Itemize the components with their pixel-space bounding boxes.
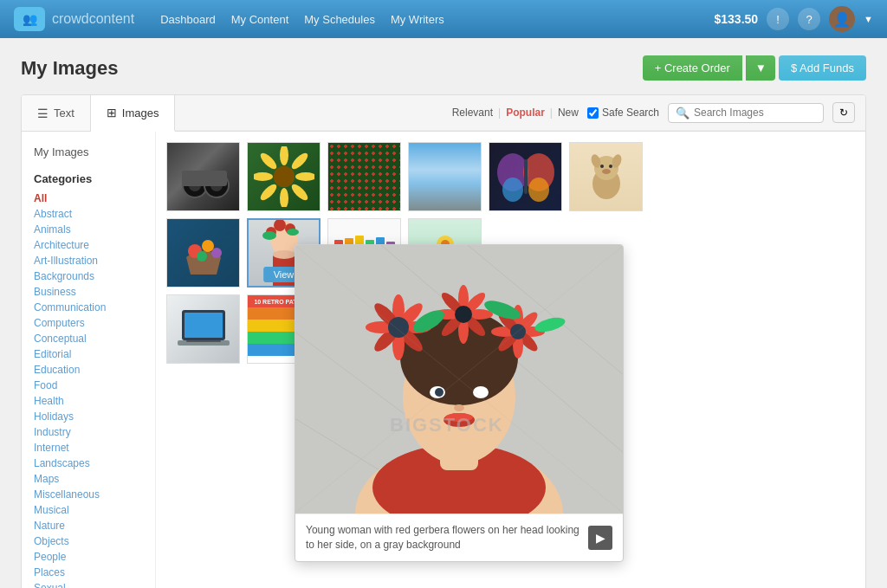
category-internet[interactable]: Internet — [22, 440, 155, 456]
svg-rect-19 — [524, 159, 528, 194]
category-education[interactable]: Education — [22, 362, 155, 378]
page-container: My Images + Create Order ▼ $ Add Funds ☰… — [0, 38, 887, 588]
avatar-dropdown-icon[interactable]: ▼ — [864, 14, 873, 24]
nav-my-content[interactable]: My Content — [231, 13, 288, 26]
thumb-sunflower[interactable] — [247, 142, 320, 211]
category-art-illustration[interactable]: Art-Illustration — [22, 253, 155, 268]
popup-next-button[interactable]: ▶ — [588, 526, 612, 550]
category-conceptual[interactable]: Conceptual — [22, 331, 155, 346]
page-header: My Images + Create Order ▼ $ Add Funds — [21, 55, 866, 81]
sidebar-my-images[interactable]: My Images — [22, 140, 155, 164]
page-title: My Images — [21, 57, 119, 80]
svg-point-83 — [388, 317, 409, 338]
balance-display: $133.50 — [715, 12, 759, 26]
category-business[interactable]: Business — [22, 284, 155, 300]
new-link[interactable]: New — [558, 107, 579, 119]
category-miscellaneous[interactable]: Miscellaneous — [22, 487, 155, 502]
svg-point-72 — [454, 404, 464, 411]
svg-point-11 — [288, 151, 309, 171]
category-food[interactable]: Food — [22, 378, 155, 393]
search-bar: Relevant | Popular | New Safe Search 🔍 ↻ — [175, 95, 865, 131]
thumb-basket[interactable] — [166, 218, 240, 288]
search-input[interactable] — [694, 107, 816, 119]
thumb-tires[interactable] — [166, 142, 240, 211]
create-order-dropdown[interactable]: ▼ — [746, 55, 775, 81]
relevant-link[interactable]: Relevant — [452, 107, 493, 119]
svg-point-10 — [257, 151, 278, 171]
nav-dashboard[interactable]: Dashboard — [160, 13, 216, 26]
svg-rect-56 — [185, 313, 223, 338]
logo[interactable]: 👥 crowdcontent — [14, 7, 134, 31]
main-content: ☰ Text ⊞ Images Relevant | Popular | New — [21, 94, 866, 588]
tabs: ☰ Text ⊞ Images — [22, 95, 175, 131]
nav-my-schedules[interactable]: My Schedules — [304, 13, 375, 26]
svg-point-8 — [254, 172, 273, 181]
category-sexual[interactable]: Sexual — [22, 580, 155, 588]
category-architecture[interactable]: Architecture — [22, 237, 155, 253]
search-input-wrap: 🔍 — [668, 103, 824, 123]
svg-point-38 — [273, 250, 295, 259]
popular-link[interactable]: Popular — [506, 107, 545, 119]
create-order-button[interactable]: + Create Order — [643, 55, 742, 81]
category-people[interactable]: People — [22, 549, 155, 565]
text-tab-icon: ☰ — [37, 107, 49, 120]
svg-text:BIGSTOCK: BIGSTOCK — [390, 414, 504, 436]
popup-caption: Young woman with red gerbera flowers on … — [306, 523, 581, 552]
popup-image-area: BIGSTOCK — [295, 245, 623, 514]
thumb-pattern[interactable] — [327, 142, 401, 211]
tab-text[interactable]: ☰ Text — [22, 95, 91, 131]
svg-point-14 — [274, 166, 295, 187]
svg-point-7 — [280, 188, 288, 207]
header-actions: + Create Order ▼ $ Add Funds — [643, 55, 866, 81]
category-landscapes[interactable]: Landscapes — [22, 456, 155, 471]
svg-point-25 — [609, 165, 612, 168]
category-animals[interactable]: Animals — [22, 222, 155, 237]
svg-point-6 — [280, 146, 288, 165]
images-tab-icon: ⊞ — [107, 106, 117, 120]
category-computers[interactable]: Computers — [22, 315, 155, 331]
category-musical[interactable]: Musical — [22, 502, 155, 518]
category-objects[interactable]: Objects — [22, 533, 155, 549]
logo-text: crowdcontent — [52, 11, 134, 27]
svg-point-35 — [262, 231, 276, 240]
category-editorial[interactable]: Editorial — [22, 346, 155, 362]
main-nav: Dashboard My Content My Schedules My Wri… — [160, 13, 696, 26]
help-button[interactable]: ? — [798, 8, 820, 30]
category-holidays[interactable]: Holidays — [22, 409, 155, 424]
thumb-sky[interactable] — [408, 142, 482, 211]
category-communication[interactable]: Communication — [22, 300, 155, 315]
refresh-button[interactable]: ↻ — [832, 102, 855, 123]
svg-rect-58 — [186, 340, 221, 342]
popup-caption-area: Young woman with red gerbera flowers on … — [295, 514, 623, 561]
content-area: My Images Categories All Abstract Animal… — [22, 132, 865, 588]
image-grid-area: View — [156, 132, 865, 588]
safe-search-checkbox[interactable] — [587, 107, 599, 119]
avatar[interactable]: 👤 — [829, 6, 855, 32]
safe-search-toggle[interactable]: Safe Search — [587, 107, 659, 119]
category-places[interactable]: Places — [22, 565, 155, 580]
category-industry[interactable]: Industry — [22, 424, 155, 440]
header: 👥 crowdcontent Dashboard My Content My S… — [0, 0, 887, 38]
category-maps[interactable]: Maps — [22, 471, 155, 487]
category-abstract[interactable]: Abstract — [22, 206, 155, 222]
categories-title: Categories — [22, 164, 155, 191]
svg-point-17 — [502, 178, 523, 202]
svg-point-36 — [287, 229, 299, 236]
category-health[interactable]: Health — [22, 393, 155, 409]
add-funds-button[interactable]: $ Add Funds — [779, 55, 866, 81]
tab-images[interactable]: ⊞ Images — [91, 95, 176, 132]
category-nature[interactable]: Nature — [22, 518, 155, 533]
logo-icon: 👥 — [14, 7, 45, 31]
search-icon: 🔍 — [676, 107, 690, 120]
category-backgrounds[interactable]: Backgrounds — [22, 268, 155, 284]
sidebar: My Images Categories All Abstract Animal… — [22, 132, 156, 588]
thumb-laptop[interactable] — [166, 294, 240, 364]
svg-point-92 — [455, 306, 472, 323]
svg-point-30 — [197, 251, 207, 262]
nav-my-writers[interactable]: My Writers — [391, 13, 444, 26]
thumb-dog[interactable] — [569, 142, 643, 211]
notification-button[interactable]: ! — [767, 8, 789, 30]
category-all[interactable]: All — [22, 191, 155, 206]
category-list: All Abstract Animals Architecture Art-Il… — [22, 191, 155, 588]
thumb-butterfly[interactable] — [489, 142, 562, 211]
